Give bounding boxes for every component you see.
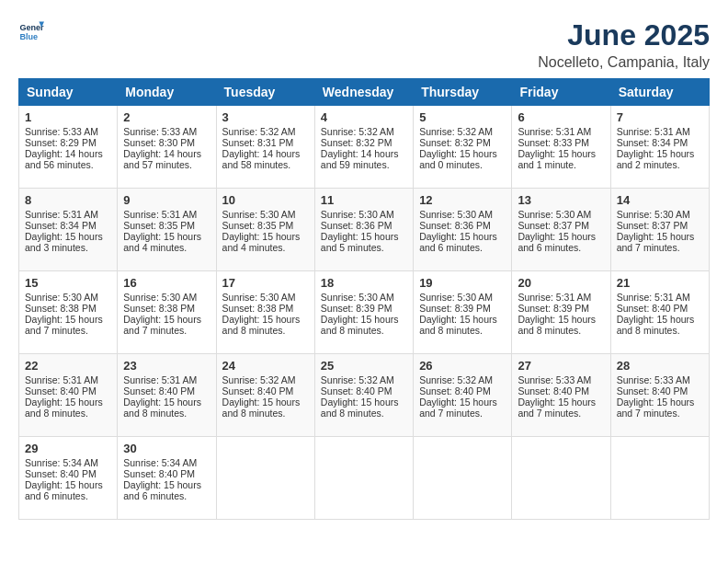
calendar-cell: 1Sunrise: 5:33 AMSunset: 8:29 PMDaylight… — [19, 106, 118, 189]
month-title: June 2025 — [538, 18, 710, 52]
sunrise-line: Sunrise: 5:33 AM — [123, 126, 197, 137]
calendar-cell: 6Sunrise: 5:31 AMSunset: 8:33 PMDaylight… — [512, 106, 610, 189]
day-number: 29 — [25, 442, 111, 455]
daylight-line: Daylight: 15 hours and 5 minutes. — [321, 231, 399, 253]
sunrise-line: Sunrise: 5:32 AM — [419, 126, 493, 137]
sunset-line: Sunset: 8:34 PM — [25, 220, 97, 231]
sunset-line: Sunset: 8:40 PM — [123, 385, 195, 396]
sunrise-line: Sunrise: 5:32 AM — [321, 126, 394, 137]
day-number: 5 — [419, 110, 506, 124]
daylight-line: Daylight: 14 hours and 58 minutes. — [222, 148, 301, 170]
day-number: 20 — [518, 276, 604, 290]
day-number: 27 — [518, 359, 604, 373]
sunrise-line: Sunrise: 5:30 AM — [617, 209, 690, 220]
sunset-line: Sunset: 8:37 PM — [518, 220, 589, 231]
sunset-line: Sunset: 8:40 PM — [25, 385, 97, 396]
daylight-line: Daylight: 14 hours and 56 minutes. — [25, 148, 103, 170]
daylight-line: Daylight: 15 hours and 0 minutes. — [419, 148, 497, 170]
svg-text:Blue: Blue — [19, 32, 38, 41]
day-number: 9 — [123, 193, 210, 207]
calendar-cell: 14Sunrise: 5:30 AMSunset: 8:37 PMDayligh… — [610, 189, 709, 271]
calendar-cell: 2Sunrise: 5:33 AMSunset: 8:30 PMDaylight… — [118, 106, 216, 189]
daylight-line: Daylight: 15 hours and 7 minutes. — [518, 396, 596, 419]
sunset-line: Sunset: 8:40 PM — [518, 385, 589, 396]
sunset-line: Sunset: 8:38 PM — [25, 303, 97, 314]
daylight-line: Daylight: 15 hours and 8 minutes. — [321, 396, 399, 419]
logo-icon: General Blue — [18, 18, 44, 44]
daylight-line: Daylight: 15 hours and 1 minute. — [518, 148, 596, 170]
day-number: 1 — [25, 110, 111, 124]
sunrise-line: Sunrise: 5:31 AM — [617, 292, 690, 303]
daylight-line: Daylight: 14 hours and 59 minutes. — [321, 148, 399, 170]
sunset-line: Sunset: 8:40 PM — [617, 303, 688, 314]
weekday-header: Wednesday — [314, 79, 413, 106]
calendar-cell: 13Sunrise: 5:30 AMSunset: 8:37 PMDayligh… — [512, 189, 610, 271]
calendar-cell: 22Sunrise: 5:31 AMSunset: 8:40 PMDayligh… — [19, 354, 118, 437]
day-number: 17 — [222, 276, 309, 290]
calendar-cell: 5Sunrise: 5:32 AMSunset: 8:32 PMDaylight… — [414, 106, 512, 189]
day-number: 15 — [25, 276, 111, 290]
sunset-line: Sunset: 8:40 PM — [222, 385, 294, 396]
calendar-body: 1Sunrise: 5:33 AMSunset: 8:29 PMDaylight… — [19, 106, 710, 520]
calendar-cell: 10Sunrise: 5:30 AMSunset: 8:35 PMDayligh… — [216, 189, 314, 271]
sunset-line: Sunset: 8:40 PM — [321, 385, 392, 396]
sunset-line: Sunset: 8:29 PM — [25, 137, 97, 148]
sunset-line: Sunset: 8:39 PM — [419, 303, 491, 314]
sunrise-line: Sunrise: 5:31 AM — [25, 374, 98, 385]
day-number: 13 — [518, 193, 604, 207]
weekday-header: Friday — [512, 79, 610, 106]
sunset-line: Sunset: 8:34 PM — [617, 137, 688, 148]
page-header: General Blue June 2025 Nocelleto, Campan… — [18, 18, 710, 71]
daylight-line: Daylight: 15 hours and 4 minutes. — [123, 231, 201, 253]
calendar-cell — [610, 437, 709, 520]
day-number: 12 — [419, 193, 506, 207]
day-number: 8 — [25, 193, 111, 207]
calendar-cell: 3Sunrise: 5:32 AMSunset: 8:31 PMDaylight… — [216, 106, 314, 189]
sunrise-line: Sunrise: 5:31 AM — [25, 209, 98, 220]
sunrise-line: Sunrise: 5:33 AM — [617, 374, 690, 385]
location-title: Nocelleto, Campania, Italy — [538, 54, 710, 71]
calendar-row: 8Sunrise: 5:31 AMSunset: 8:34 PMDaylight… — [19, 189, 710, 271]
sunset-line: Sunset: 8:40 PM — [419, 385, 491, 396]
calendar-cell: 19Sunrise: 5:30 AMSunset: 8:39 PMDayligh… — [414, 271, 512, 354]
sunrise-line: Sunrise: 5:30 AM — [419, 292, 493, 303]
calendar-cell: 11Sunrise: 5:30 AMSunset: 8:36 PMDayligh… — [314, 189, 413, 271]
sunrise-line: Sunrise: 5:30 AM — [419, 209, 493, 220]
sunrise-line: Sunrise: 5:31 AM — [123, 374, 197, 385]
sunrise-line: Sunrise: 5:30 AM — [222, 292, 296, 303]
sunset-line: Sunset: 8:35 PM — [222, 220, 294, 231]
daylight-line: Daylight: 15 hours and 8 minutes. — [617, 314, 695, 336]
daylight-line: Daylight: 15 hours and 6 minutes. — [25, 479, 103, 501]
sunrise-line: Sunrise: 5:31 AM — [617, 126, 690, 137]
calendar-row: 22Sunrise: 5:31 AMSunset: 8:40 PMDayligh… — [19, 354, 710, 437]
sunrise-line: Sunrise: 5:32 AM — [222, 374, 296, 385]
day-number: 28 — [617, 359, 703, 373]
calendar-cell: 28Sunrise: 5:33 AMSunset: 8:40 PMDayligh… — [610, 354, 709, 437]
sunrise-line: Sunrise: 5:30 AM — [518, 209, 591, 220]
daylight-line: Daylight: 15 hours and 7 minutes. — [617, 231, 695, 253]
calendar-cell: 27Sunrise: 5:33 AMSunset: 8:40 PMDayligh… — [512, 354, 610, 437]
day-number: 18 — [321, 276, 407, 290]
calendar-cell: 18Sunrise: 5:30 AMSunset: 8:39 PMDayligh… — [314, 271, 413, 354]
daylight-line: Daylight: 15 hours and 6 minutes. — [123, 479, 201, 501]
calendar-cell: 16Sunrise: 5:30 AMSunset: 8:38 PMDayligh… — [118, 271, 216, 354]
day-number: 19 — [419, 276, 506, 290]
sunset-line: Sunset: 8:37 PM — [617, 220, 688, 231]
weekday-header: Sunday — [19, 79, 118, 106]
calendar-cell: 25Sunrise: 5:32 AMSunset: 8:40 PMDayligh… — [314, 354, 413, 437]
sunrise-line: Sunrise: 5:30 AM — [321, 209, 394, 220]
title-area: June 2025 Nocelleto, Campania, Italy — [538, 18, 710, 71]
daylight-line: Daylight: 15 hours and 8 minutes. — [25, 396, 103, 419]
weekday-header: Thursday — [414, 79, 512, 106]
sunset-line: Sunset: 8:30 PM — [123, 137, 195, 148]
sunset-line: Sunset: 8:40 PM — [123, 468, 195, 479]
daylight-line: Daylight: 15 hours and 6 minutes. — [419, 231, 497, 253]
sunset-line: Sunset: 8:38 PM — [222, 303, 294, 314]
calendar-row: 1Sunrise: 5:33 AMSunset: 8:29 PMDaylight… — [19, 106, 710, 189]
sunset-line: Sunset: 8:39 PM — [518, 303, 589, 314]
calendar-cell: 9Sunrise: 5:31 AMSunset: 8:35 PMDaylight… — [118, 189, 216, 271]
daylight-line: Daylight: 15 hours and 3 minutes. — [25, 231, 103, 253]
sunrise-line: Sunrise: 5:30 AM — [321, 292, 394, 303]
sunrise-line: Sunrise: 5:32 AM — [222, 126, 296, 137]
sunset-line: Sunset: 8:32 PM — [321, 137, 392, 148]
